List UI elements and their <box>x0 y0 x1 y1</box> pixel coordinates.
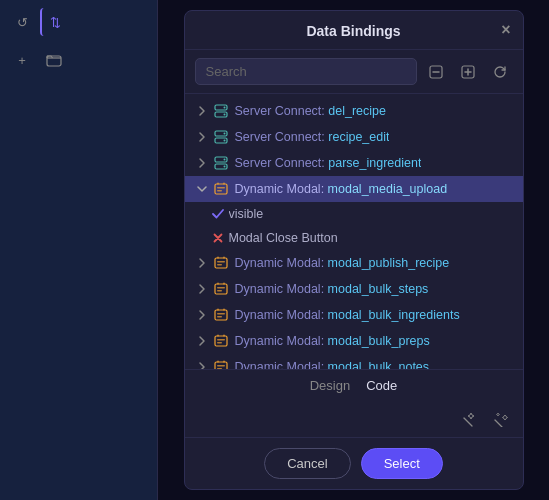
chevron-icon <box>195 360 209 369</box>
chevron-icon <box>195 130 209 144</box>
expand-icon[interactable] <box>455 59 481 85</box>
chevron-icon <box>211 207 225 221</box>
svg-rect-29 <box>217 342 222 344</box>
modal-icon <box>213 307 229 323</box>
tree-item[interactable]: Dynamic Modal: modal_bulk_ingredients <box>185 302 523 328</box>
tab-code[interactable]: Code <box>366 378 397 393</box>
chevron-icon <box>195 256 209 270</box>
item-label: Dynamic Modal: modal_bulk_steps <box>235 282 429 296</box>
chevron-icon <box>195 156 209 170</box>
chevron-icon <box>211 231 225 245</box>
svg-point-6 <box>223 114 225 116</box>
item-label: Server Connect: recipe_edit <box>235 130 390 144</box>
modal-icon <box>213 281 229 297</box>
svg-point-9 <box>223 133 225 135</box>
tree-list: Server Connect: del_recipe Server Connec… <box>185 94 523 369</box>
svg-rect-31 <box>217 365 225 367</box>
svg-rect-15 <box>215 184 227 194</box>
dialog-overlay: Data Bindings × <box>158 0 549 500</box>
svg-point-5 <box>223 107 225 109</box>
left-bottom-icons: + <box>8 46 149 74</box>
chevron-icon <box>195 282 209 296</box>
data-bindings-dialog: Data Bindings × <box>184 10 524 490</box>
tree-item[interactable]: Server Connect: recipe_edit <box>185 124 523 150</box>
close-button[interactable]: × <box>501 22 510 38</box>
dialog-header: Data Bindings × <box>185 11 523 50</box>
modal-icon <box>213 181 229 197</box>
svg-rect-27 <box>215 336 227 346</box>
tab-row: Design Code <box>185 369 523 401</box>
svg-rect-17 <box>217 190 222 192</box>
folder-icon[interactable] <box>40 46 68 74</box>
chevron-icon <box>195 334 209 348</box>
svg-rect-26 <box>217 316 222 318</box>
svg-rect-23 <box>217 290 222 292</box>
left-panel: ↺ ⇅ + <box>0 0 158 500</box>
collapse-icon[interactable] <box>423 59 449 85</box>
svg-point-10 <box>223 140 225 142</box>
chevron-icon <box>195 182 209 196</box>
cancel-button[interactable]: Cancel <box>264 448 350 479</box>
chevron-icon <box>195 104 209 118</box>
svg-rect-25 <box>217 313 225 315</box>
bottom-icons-row <box>185 401 523 437</box>
svg-rect-20 <box>217 264 222 266</box>
tree-item[interactable]: Dynamic Modal: modal_bulk_notes <box>185 354 523 369</box>
item-label: Dynamic Modal: modal_media_upload <box>235 182 448 196</box>
modal-icon <box>213 359 229 369</box>
tree-item[interactable]: Modal Close Button <box>185 226 523 250</box>
sort-icon[interactable]: ⇅ <box>40 8 68 36</box>
refresh-icon[interactable] <box>487 59 513 85</box>
dialog-title: Data Bindings <box>306 23 400 39</box>
item-label: Dynamic Modal: modal_bulk_notes <box>235 360 430 369</box>
add-icon[interactable]: + <box>8 46 36 74</box>
modal-icon <box>213 255 229 271</box>
svg-rect-19 <box>217 261 225 263</box>
tree-item[interactable]: Server Connect: del_recipe <box>185 98 523 124</box>
svg-rect-22 <box>217 287 225 289</box>
item-label: Dynamic Modal: modal_bulk_ingredients <box>235 308 460 322</box>
tree-item[interactable]: Dynamic Modal: modal_bulk_preps <box>185 328 523 354</box>
modal-icon <box>213 333 229 349</box>
bottom-row: Cancel Select <box>185 437 523 489</box>
item-label: Dynamic Modal: modal_publish_recipe <box>235 256 450 270</box>
tree-item[interactable]: Server Connect: parse_ingredient <box>185 150 523 176</box>
refresh-icon[interactable]: ↺ <box>8 8 36 36</box>
svg-rect-21 <box>215 284 227 294</box>
tab-design[interactable]: Design <box>310 378 350 393</box>
server-icon <box>213 129 229 145</box>
item-label: Dynamic Modal: modal_bulk_preps <box>235 334 430 348</box>
server-icon <box>213 155 229 171</box>
search-row <box>185 50 523 94</box>
svg-rect-28 <box>217 339 225 341</box>
wand2-icon[interactable] <box>487 405 515 433</box>
svg-point-13 <box>223 159 225 161</box>
svg-rect-16 <box>217 187 225 189</box>
item-label: Server Connect: del_recipe <box>235 104 386 118</box>
server-icon <box>213 103 229 119</box>
item-label: Modal Close Button <box>229 231 338 245</box>
left-top-icons: ↺ ⇅ <box>8 8 149 36</box>
chevron-icon <box>195 308 209 322</box>
search-input[interactable] <box>195 58 417 85</box>
tree-item[interactable]: visible <box>185 202 523 226</box>
svg-rect-24 <box>215 310 227 320</box>
wand-icon[interactable] <box>455 405 483 433</box>
tree-item[interactable]: Dynamic Modal: modal_publish_recipe <box>185 250 523 276</box>
select-button[interactable]: Select <box>361 448 443 479</box>
svg-point-14 <box>223 166 225 168</box>
tree-item[interactable]: Dynamic Modal: modal_media_upload <box>185 176 523 202</box>
item-label: Server Connect: parse_ingredient <box>235 156 422 170</box>
svg-rect-18 <box>215 258 227 268</box>
tree-item[interactable]: Dynamic Modal: modal_bulk_steps <box>185 276 523 302</box>
item-label: visible <box>229 207 264 221</box>
